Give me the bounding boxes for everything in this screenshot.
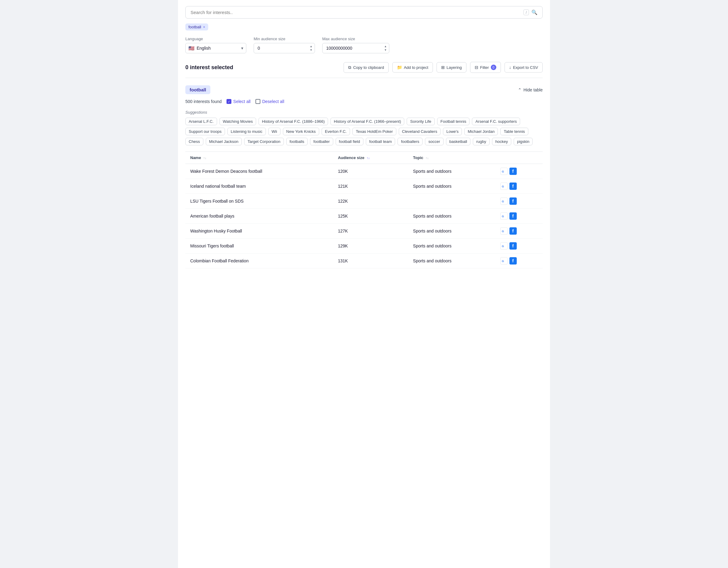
suggestion-tag[interactable]: Support our troops xyxy=(185,128,225,135)
copy-label: Copy to clipboard xyxy=(353,65,384,70)
suggestion-tag[interactable]: footballs xyxy=(286,138,308,145)
copy-to-clipboard-button[interactable]: ⧉ Copy to clipboard xyxy=(344,62,388,73)
google-icon[interactable]: G xyxy=(500,183,508,190)
row-name: Iceland national football team xyxy=(185,179,333,194)
add-to-project-button[interactable]: 📁 Add to project xyxy=(392,62,433,73)
suggestion-tag[interactable]: soccer xyxy=(425,138,443,145)
suggestion-tag[interactable]: pigskin xyxy=(514,138,533,145)
facebook-icon[interactable]: f xyxy=(509,242,517,250)
max-audience-up[interactable]: ▲ xyxy=(384,45,387,48)
deselect-all-button[interactable]: Deselect all xyxy=(255,99,284,104)
suggestion-tag[interactable]: History of Arsenal F.C. (1966–present) xyxy=(330,118,404,125)
suggestion-tag[interactable]: Wii xyxy=(268,128,280,135)
tag-label: football xyxy=(188,25,201,29)
language-select[interactable]: English Spanish French xyxy=(185,43,246,53)
suggestion-tag[interactable]: footballer xyxy=(310,138,333,145)
hide-table-label: Hide table xyxy=(523,88,543,92)
table-row[interactable]: Washington Husky Football127KSports and … xyxy=(185,224,543,239)
tag-remove-football[interactable]: × xyxy=(203,25,205,29)
suggestion-tag[interactable]: Everton F.C. xyxy=(322,128,350,135)
suggestion-tag[interactable]: Michael Jordan xyxy=(464,128,498,135)
table-row[interactable]: Wake Forest Demon Deacons football120KSp… xyxy=(185,164,543,179)
table-row[interactable]: American football plays125KSports and ou… xyxy=(185,209,543,224)
facebook-icon[interactable]: f xyxy=(509,257,517,265)
table-row[interactable]: Iceland national football team121KSports… xyxy=(185,179,543,194)
min-audience-up[interactable]: ▲ xyxy=(309,45,313,48)
suggestion-tag[interactable]: Michael Jackson xyxy=(206,138,242,145)
suggestion-tag[interactable]: Table tennis xyxy=(500,128,528,135)
table-row[interactable]: Colombian Football Federation131KSports … xyxy=(185,254,543,269)
svg-text:G: G xyxy=(502,230,504,233)
search-input[interactable] xyxy=(191,10,523,15)
suggestion-tag[interactable]: Chess xyxy=(185,138,203,145)
suggestion-tag[interactable]: Sorority Life xyxy=(407,118,434,125)
suggestion-tag[interactable]: New York Knicks xyxy=(283,128,319,135)
google-icon[interactable]: G xyxy=(500,213,508,220)
suggestion-tag[interactable]: football field xyxy=(336,138,363,145)
suggestion-tag[interactable]: basketball xyxy=(446,138,471,145)
tag-football[interactable]: football × xyxy=(185,23,208,30)
suggestion-tag[interactable]: Watching Movies xyxy=(219,118,256,125)
facebook-icon[interactable]: f xyxy=(509,213,517,220)
suggestion-tag[interactable]: Listening to music xyxy=(227,128,266,135)
col-header-topic[interactable]: Topic ↑↓ xyxy=(408,152,495,164)
layering-button[interactable]: ⊞ Layering xyxy=(437,62,466,73)
folder-icon: 📁 xyxy=(397,65,402,70)
col-header-audience[interactable]: Audience size ↑↓ xyxy=(333,152,408,164)
min-audience-down[interactable]: ▼ xyxy=(309,48,313,52)
suggestion-tag[interactable]: Arsenal L.F.C. xyxy=(185,118,217,125)
suggestion-tag[interactable]: hockey xyxy=(492,138,511,145)
suggestion-tag[interactable]: footballers xyxy=(398,138,423,145)
facebook-icon[interactable]: f xyxy=(509,198,517,205)
google-icon[interactable]: G xyxy=(500,168,508,175)
row-topic: Sports and outdoors xyxy=(408,209,495,224)
facebook-icon[interactable]: f xyxy=(509,227,517,235)
filter-button[interactable]: ⊟ Filter 0 xyxy=(470,62,501,73)
suggestion-tag[interactable]: Cleveland Cavaliers xyxy=(399,128,441,135)
row-platforms: G f xyxy=(495,179,543,194)
min-audience-input[interactable] xyxy=(254,43,315,53)
suggestion-tag[interactable]: football team xyxy=(366,138,395,145)
row-name: LSU Tigers Football on SDS xyxy=(185,194,333,209)
suggestion-tag[interactable]: Football tennis xyxy=(437,118,470,125)
suggestion-tag[interactable]: rugby xyxy=(473,138,490,145)
google-icon[interactable]: G xyxy=(500,198,508,205)
unchecked-checkbox-icon xyxy=(255,99,260,104)
google-icon[interactable]: G xyxy=(500,257,508,265)
suggestion-tag[interactable]: Lowe's xyxy=(443,128,462,135)
max-audience-label: Max audience size xyxy=(322,37,389,41)
sort-audience-icon[interactable]: ↑↓ xyxy=(367,156,370,160)
col-header-platforms xyxy=(495,152,543,164)
flag-icon: 🇺🇸 xyxy=(188,45,194,51)
google-icon[interactable]: G xyxy=(500,227,508,235)
row-topic: Sports and outdoors xyxy=(408,239,495,254)
suggestion-tag[interactable]: History of Arsenal F.C. (1886–1966) xyxy=(259,118,328,125)
facebook-icon[interactable]: f xyxy=(509,168,517,175)
sort-name-icon[interactable]: ↑↓ xyxy=(203,156,206,160)
row-audience: 120K xyxy=(333,164,408,179)
select-all-label: Select all xyxy=(233,99,251,104)
google-icon[interactable]: G xyxy=(500,242,508,250)
found-count: 500 interests found xyxy=(185,99,222,104)
max-audience-input[interactable] xyxy=(322,43,389,53)
col-topic-label: Topic xyxy=(413,155,423,160)
col-audience-label: Audience size xyxy=(338,155,364,160)
table-section: football ⌃ Hide table 500 interests foun… xyxy=(185,85,543,269)
table-row[interactable]: Missouri Tigers football129KSports and o… xyxy=(185,239,543,254)
select-all-button[interactable]: Select all xyxy=(227,99,251,104)
min-audience-filter: Min audience size ▲ ▼ xyxy=(254,37,315,53)
suggestion-tag[interactable]: Texas HoldEm Poker xyxy=(352,128,396,135)
search-bar: / 🔍 xyxy=(185,6,543,19)
col-header-name[interactable]: Name ↑↓ xyxy=(185,152,333,164)
export-csv-button[interactable]: ↓ Export to CSV xyxy=(505,62,543,73)
table-row[interactable]: LSU Tigers Football on SDS122K G f xyxy=(185,194,543,209)
sort-topic-icon[interactable]: ↑↓ xyxy=(426,156,429,160)
hide-table-button[interactable]: ⌃ Hide table xyxy=(518,88,543,92)
facebook-icon[interactable]: f xyxy=(509,183,517,190)
suggestion-tag[interactable]: Target Corporation xyxy=(244,138,284,145)
max-audience-down[interactable]: ▼ xyxy=(384,48,387,52)
row-platforms: G f xyxy=(495,164,543,179)
search-icon[interactable]: 🔍 xyxy=(531,9,537,15)
suggestions-section: Suggestions Arsenal L.F.C.Watching Movie… xyxy=(185,110,543,145)
suggestion-tag[interactable]: Arsenal F.C. supporters xyxy=(472,118,520,125)
